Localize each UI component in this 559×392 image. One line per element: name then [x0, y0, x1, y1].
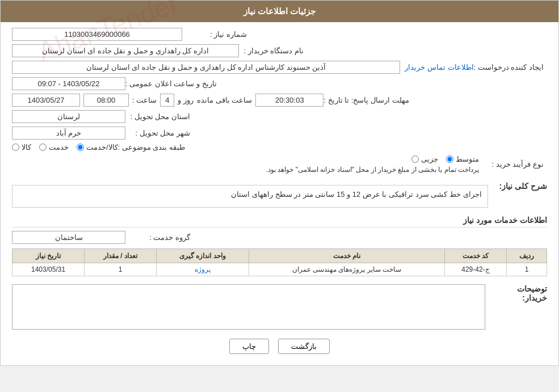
ijad-link[interactable]: اطلاعات تماس خریدار — [405, 63, 473, 71]
mohlat-saat-value: 08:00 — [83, 94, 129, 107]
page-container: AhanTender جزئیات اطلاعات نیاز شماره نیا… — [0, 0, 559, 366]
nooe-description: پرداخت تمام یا بخشی از مبلغ خریدار از مح… — [12, 166, 479, 174]
mohlat-saatmande-label: ساعت باقی مانده — [197, 96, 252, 104]
nooe-jazee-radio[interactable] — [411, 155, 419, 163]
tabaqe-kala-khedmat-label: کالا/خدمت — [86, 143, 118, 151]
group-khedmat-label: گروه خدمت : — [125, 233, 194, 242]
tabaqe-kala-radio[interactable] — [12, 144, 19, 151]
tarikh-elan-value: 1403/05/22 - 09:07 — [12, 77, 125, 90]
table-row: 1 ج-42-429 ساخت سایر پروژه‌های مهندسی عم… — [12, 263, 547, 276]
col-name: نام خدمت — [249, 249, 444, 263]
mohlat-saat-label: ساعت : — [132, 96, 157, 104]
main-content: شماره نیاز : 1103003469000066 نام دستگاه… — [1, 22, 558, 365]
print-button[interactable]: چاپ — [229, 339, 269, 354]
col-code: کد خدمت — [444, 249, 506, 263]
shahr-tahvil-label: شهر محل تحویل : — [125, 129, 194, 137]
name-dastgah-row: نام دستگاه خریدار : اداره کل راهداری و ح… — [12, 44, 547, 57]
tabaqe-radio-group: کالا/خدمت خدمت کالا — [12, 143, 118, 151]
nooe-jazee-item: جزیی — [411, 155, 438, 163]
ijad-row: ایجاد کننده درخواست : اطلاعات تماس خریدا… — [12, 61, 547, 74]
shahr-tahvil-value: خرم آباد — [12, 127, 125, 140]
services-table: ردیف کد خدمت نام خدمت واحد اندازه گیری ت… — [12, 248, 547, 276]
sharh-niaz-label: شرح کلی نیاز: — [499, 182, 547, 191]
toseef-section: توضیحات خریدار: — [12, 284, 547, 330]
mohlat-row: مهلت ارسال پاسخ: تا تاریخ : 20:30:03 ساع… — [12, 94, 547, 107]
cell-count: 1 — [85, 263, 157, 276]
header-title: جزئیات اطلاعات نیاز — [243, 6, 316, 16]
name-dastgah-value: اداره کل راهداری و حمل و نقل جاده ای است… — [12, 44, 239, 57]
nooe-farayand-label: نوع فرآیند خرید : — [479, 160, 547, 168]
buttons-row: بازگشت چاپ — [12, 339, 547, 354]
ijad-label: ایجاد کننده درخواست : — [474, 63, 547, 71]
ostan-tahvil-row: استان محل تحویل : لرستان — [12, 110, 547, 123]
group-khedmat-value: ساختمان — [12, 231, 125, 244]
khadamat-section-title: اطلاعات خدمات مورد نیاز — [12, 216, 547, 227]
sharh-niaz-value: اجرای خط کشی سرد ترافیکی با عرض 12 و 15 … — [12, 185, 488, 208]
group-khedmat-row: گروه خدمت : ساختمان — [12, 231, 547, 244]
ijad-value: آذین حسنوند کارشناس اداره کل راهداری و ح… — [12, 61, 400, 74]
shomara-niaz-value: 1103003469000066 — [12, 28, 182, 41]
tabaqe-khedmat-item: خدمت — [39, 143, 69, 151]
cell-radif: 1 — [507, 263, 547, 276]
col-date: تاریخ نیاز — [12, 249, 85, 263]
tabaqe-kala-khedmat-item: کالا/خدمت — [77, 143, 118, 151]
toseef-label: توضیحات خریدار: — [497, 284, 547, 302]
cell-code: ج-42-429 — [444, 263, 506, 276]
sharh-niaz-section: شرح کلی نیاز: اجرای خط کشی سرد ترافیکی ب… — [12, 182, 547, 208]
table-header-row: ردیف کد خدمت نام خدمت واحد اندازه گیری ت… — [12, 249, 547, 263]
name-dastgah-label: نام دستگاه خریدار : — [239, 47, 307, 55]
back-button[interactable]: بازگشت — [278, 339, 330, 354]
col-unit: واحد اندازه گیری — [157, 249, 249, 263]
nooe-motevaset-radio[interactable] — [446, 155, 453, 163]
cell-unit: پروژه — [157, 263, 249, 276]
ostan-tahvil-value: لرستان — [12, 110, 125, 123]
mohlat-baqi-value: 20:30:03 — [255, 94, 323, 107]
nooe-farayand-row: نوع فرآیند خرید : متوسط جزیی پرداخت تمام… — [12, 155, 547, 174]
tabaqe-kala-item: کالا — [12, 143, 31, 151]
cell-name: ساخت سایر پروژه‌های مهندسی عمران — [249, 263, 444, 276]
shomara-niaz-label: شماره نیاز : — [182, 30, 250, 39]
cell-date: 1403/05/31 — [12, 263, 85, 276]
tabaqe-kala-khedmat-radio[interactable] — [77, 144, 84, 151]
tabaqe-khedmat-radio[interactable] — [39, 144, 47, 151]
shomara-niaz-row: شماره نیاز : 1103003469000066 — [12, 28, 547, 41]
toseef-textarea[interactable] — [12, 284, 485, 330]
tabaqe-khedmat-label: خدمت — [49, 143, 69, 151]
col-count: تعداد / مقدار — [85, 249, 157, 263]
mohlat-date-value: 1403/05/27 — [12, 94, 80, 107]
mohlat-rooz-value: 4 — [160, 94, 174, 107]
tabaqe-label: طبقه بندی موضوعی : — [118, 143, 188, 151]
ostan-tahvil-label: استان محل تحویل : — [125, 112, 194, 121]
tarikh-elan-label: تاریخ و ساعت اعلان عمومی : — [125, 79, 220, 88]
nooe-motevaset-label: متوسط — [456, 155, 479, 163]
mohlat-rooz-label: روز و — [178, 96, 194, 104]
tabaqe-row: طبقه بندی موضوعی : کالا/خدمت خدمت کالا — [12, 143, 547, 151]
mohlat-label: مهلت ارسال پاسخ: تا تاریخ : — [323, 96, 412, 104]
nooe-jazee-label: جزیی — [421, 155, 438, 163]
nooe-motevaset-item: متوسط — [446, 155, 479, 163]
shahr-tahvil-row: شهر محل تحویل : خرم آباد — [12, 127, 547, 140]
tarikh-elan-row: تاریخ و ساعت اعلان عمومی : 1403/05/22 - … — [12, 77, 547, 90]
tabaqe-kala-label: کالا — [22, 143, 31, 151]
col-radif: ردیف — [507, 249, 547, 263]
page-header: جزئیات اطلاعات نیاز — [1, 1, 558, 22]
